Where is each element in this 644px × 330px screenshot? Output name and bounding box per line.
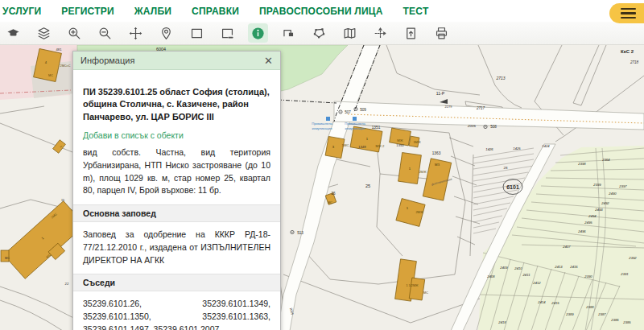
previous-extent-icon[interactable] [279, 23, 299, 43]
hamburger-bar [621, 8, 636, 10]
location-pin-icon[interactable] [156, 23, 176, 43]
map-label: 2392 [628, 256, 637, 260]
map-label: 15 [61, 199, 64, 202]
coordinates-axes-icon[interactable] [370, 23, 390, 43]
map-label: 1349 [358, 145, 366, 149]
neighbors-text: 35239.6101.26, 35239.6101.1349, 35239.61… [83, 298, 270, 330]
hamburger-bar [621, 12, 636, 14]
map-label: комуникация [345, 126, 365, 130]
map-label: 1426 [485, 147, 493, 151]
layers-icon[interactable] [34, 23, 54, 43]
map-label: 508 [490, 125, 497, 129]
map-label: 2407 [562, 245, 571, 249]
map-label: 2413 [554, 265, 563, 269]
map-label: 2494 [588, 214, 597, 218]
utility-marker [353, 117, 357, 121]
zoom-in-icon[interactable] [64, 23, 85, 43]
map-label: 509 [360, 108, 366, 112]
nav-item-test[interactable]: ТЕСТ [403, 6, 429, 17]
map-toolbar [0, 22, 644, 45]
map-label: 2718 [630, 60, 639, 64]
map-label: 2279 [445, 105, 453, 109]
property-details: вид собств. Частна, вид територия Урбани… [83, 146, 270, 197]
map-label: 2495 [584, 221, 592, 225]
nav-item-registri[interactable]: РЕГИСТРИ [61, 6, 114, 17]
map-label: 1 1/2МЖ [406, 284, 419, 287]
map-label: 25 [365, 184, 370, 188]
map-label: 2713 [495, 76, 505, 80]
map-label: МЖ 2 [376, 144, 386, 148]
map-label: 1425 [513, 146, 521, 151]
map-label: 2414 [537, 300, 546, 304]
map-label: 2387 [597, 312, 606, 316]
map-label: 2717 [476, 106, 485, 110]
map-label: 2398 [577, 162, 586, 166]
map-label: 6101 [506, 184, 519, 190]
print-icon[interactable] [431, 23, 452, 43]
rect-select-icon[interactable] [187, 23, 207, 43]
map-label: 1350 [396, 143, 404, 147]
map-label: 26 [331, 192, 336, 196]
map-label: 2410 [514, 266, 522, 270]
measure-polygon-icon[interactable] [309, 23, 329, 43]
popup-title: Информация [80, 56, 134, 65]
map-label: 2389 [565, 312, 574, 316]
map-label: 2415 [551, 301, 559, 305]
map-label: 2416 [569, 265, 578, 269]
map-label: 2409 [499, 266, 508, 270]
map-label: 2408 [486, 274, 495, 278]
hamburger-bar [621, 17, 636, 19]
map-label: МЗ [435, 163, 440, 167]
map-label: 513 [297, 231, 303, 235]
add-to-list-link[interactable]: Добави в списък с обекти [83, 130, 270, 140]
map-label: 2418 [497, 320, 506, 324]
map-label: 2412 [532, 281, 541, 285]
map-label: 2388 [585, 305, 594, 309]
map-label: 11-Р [436, 91, 445, 96]
map-label: МС [423, 291, 428, 295]
nav-item-pravosposobni-litsa[interactable]: ПРАВОСПОСОБНИ ЛИЦА [259, 6, 383, 17]
graduation-cap-icon[interactable] [3, 23, 23, 43]
nav-item-uslugi[interactable]: УСЛУГИ [2, 6, 41, 17]
map-label: МЖ [397, 138, 402, 142]
map-label: 2496 [577, 229, 586, 233]
map-label: 1424 [542, 144, 550, 148]
map-label: 1МС [342, 143, 349, 147]
info-tool-icon[interactable] [248, 23, 268, 43]
section-header-order: Основна заповед [73, 204, 280, 222]
map-label: 2005 [467, 124, 476, 128]
building [325, 136, 345, 158]
map-label: Промишлена [312, 122, 332, 126]
section-header-neighbors: Съседи [73, 274, 280, 291]
map-label: 2493 [594, 208, 603, 212]
rect-extent-minus-icon[interactable] [217, 23, 237, 43]
building [409, 278, 424, 300]
map-label: МС [48, 74, 53, 77]
map-label: комуникация [312, 126, 332, 130]
map-container: 6004КкС 2271827132717200550750950851311-… [0, 45, 644, 330]
property-title: ПИ 35239.6101.25 област София (столица),… [83, 86, 270, 123]
close-icon[interactable]: ✕ [264, 56, 273, 66]
popup-body: ПИ 35239.6101.25 област София (столица),… [73, 70, 280, 330]
map-label: Промишлена [345, 122, 365, 126]
map-label: 22 [65, 282, 69, 286]
map-label: 2МСнС [60, 64, 71, 68]
zoom-out-icon[interactable] [95, 23, 115, 43]
order-text: Заповед за одобрение на КККР РД-18-77/21… [83, 229, 270, 266]
hamburger-menu-button[interactable] [609, 3, 644, 23]
map-label: КкС 2 [621, 49, 634, 54]
utility-marker [326, 117, 330, 121]
pan-icon[interactable] [126, 23, 146, 43]
map-label: 2МЖ [415, 210, 423, 214]
export-page-icon[interactable] [401, 23, 421, 43]
map-label: 2364 [601, 158, 610, 162]
map-label: 1МЖ [413, 140, 421, 144]
map-label: 2490 [608, 192, 617, 196]
popup-header: Информация ✕ [73, 52, 280, 70]
map-label: 2492 [601, 201, 609, 205]
nav-item-spravki[interactable]: СПРАВКИ [192, 6, 239, 17]
map-label: 1351 [372, 126, 381, 130]
map-label: МС [5, 257, 10, 260]
map-icon[interactable] [340, 23, 360, 43]
nav-item-zhalbi[interactable]: ЖАЛБИ [134, 6, 171, 17]
